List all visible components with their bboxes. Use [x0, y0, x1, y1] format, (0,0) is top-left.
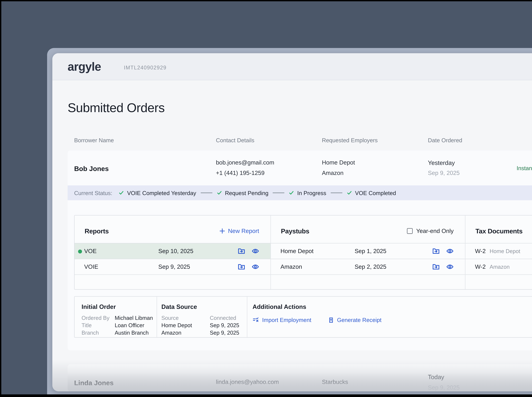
paystub-date: Sep 1, 2025	[355, 248, 432, 254]
field-label: Branch	[82, 330, 115, 336]
borrower-email: bob.jones@gmail.com	[216, 159, 274, 166]
view-eye-icon[interactable]	[446, 263, 454, 271]
paystub-actions	[432, 263, 454, 271]
report-date: Sep 10, 2025	[158, 248, 238, 254]
status-step: Request Pending	[217, 190, 269, 196]
step-connector	[273, 192, 285, 193]
tax-doc-row-amazon[interactable]: W-2 Amazon Jan 10, 2025	[465, 259, 532, 274]
check-icon	[289, 190, 294, 195]
data-source-row: Home Depot Sep 9, 2025	[161, 322, 239, 329]
paystubs-panel-header: Paystubs Year-end Only	[271, 216, 465, 243]
tax-doc-type: W-2	[475, 263, 486, 270]
screenshot-frame: argyle IMTL240902929 Refresh Page	[0, 0, 532, 397]
paystub-row-home-depot[interactable]: Home Depot Sep 1, 2025	[271, 243, 465, 259]
report-row-voie[interactable]: VOIE Sep 9, 2025	[75, 259, 270, 274]
field-label: Title	[82, 322, 115, 328]
report-row-voe[interactable]: VOE Sep 10, 2025	[75, 243, 270, 259]
import-employment-label: Import Employment	[262, 317, 311, 323]
generate-receipt-button[interactable]: Generate Receipt	[328, 317, 382, 323]
step-connector	[201, 192, 212, 193]
check-icon	[347, 190, 352, 195]
new-report-dot	[78, 249, 82, 253]
new-report-button[interactable]: New Report	[219, 228, 259, 234]
requested-employer-1: Home Depot	[322, 159, 355, 166]
paystub-row-amazon[interactable]: Amazon Sep 2, 2025	[271, 259, 465, 274]
view-eye-icon[interactable]	[252, 247, 259, 255]
export-file-icon[interactable]	[432, 247, 440, 255]
paystub-employer: Home Depot	[281, 248, 355, 254]
field-label: Ordered By	[82, 315, 115, 321]
page-title: Submitted Orders	[67, 101, 165, 115]
paystubs-title: Paystubs	[281, 227, 309, 235]
import-employment-button[interactable]: Import Employment	[253, 317, 311, 323]
initial-order-field: Ordered By Michael Libman	[82, 314, 153, 322]
year-end-only-toggle[interactable]: Year-end Only	[407, 228, 454, 234]
connected-value: Sep 9, 2025	[210, 322, 239, 328]
tax-doc-row-home-depot[interactable]: W-2 Home Depot Jan 5, 2025	[465, 243, 532, 259]
column-header-borrower-name: Borrower Name	[74, 137, 114, 143]
documents-sections-box: Reports New Report VOE Sep	[74, 215, 532, 290]
titlebar: argyle IMTL240902929 Refresh Page	[52, 53, 532, 80]
field-value: Michael Libman	[115, 315, 153, 321]
paystub-employer: Amazon	[281, 263, 355, 270]
tax-documents-panel-header: Tax Documents	[465, 216, 532, 243]
field-value: Austin Branch	[115, 330, 149, 336]
data-source-title: Data Source	[161, 303, 239, 310]
status-step-label: VOE Completed	[355, 190, 396, 196]
initial-order-title: Initial Order	[82, 303, 153, 310]
source-value: Amazon	[161, 330, 210, 336]
data-source-row: Amazon Sep 9, 2025	[161, 329, 239, 336]
borrower-name: Linda Jones	[74, 379, 114, 387]
date-ordered-absolute: Sep 9, 2025	[428, 384, 460, 391]
current-status-bar: Current Status: VOIE Completed Yesterday…	[67, 186, 532, 200]
export-file-icon[interactable]	[238, 263, 245, 271]
report-actions	[238, 247, 259, 255]
step-connector	[330, 192, 342, 193]
view-eye-icon[interactable]	[446, 247, 454, 255]
tax-doc-type: W-2	[475, 248, 486, 254]
tax-documents-title: Tax Documents	[475, 227, 523, 235]
view-eye-icon[interactable]	[252, 263, 259, 271]
export-file-icon[interactable]	[238, 247, 245, 255]
status-steps: Current Status: VOIE Completed Yesterday…	[74, 186, 396, 200]
export-file-icon[interactable]	[432, 263, 440, 271]
receipt-icon	[328, 317, 334, 323]
connected-header: Connected	[210, 315, 236, 321]
refresh-page-button[interactable]: Refresh Page	[527, 53, 532, 80]
column-header-requested-employers: Requested Employers	[322, 137, 378, 143]
argyle-modal: argyle IMTL240902929 Refresh Page	[52, 53, 532, 391]
source-value: Home Depot	[161, 322, 210, 328]
borrower-phone: +1 (441) 195-1259	[216, 170, 264, 177]
info-divider	[247, 297, 247, 337]
reports-panel: Reports New Report VOE Sep	[75, 216, 270, 289]
generate-receipt-label: Generate Receipt	[337, 317, 382, 323]
tax-doc-name: W-2 Amazon	[475, 263, 532, 270]
additional-actions-section: Additional Actions Import Employment	[253, 303, 382, 323]
check-icon	[119, 190, 124, 195]
order-info-box: Initial Order Ordered By Michael Libman …	[74, 296, 532, 338]
paystubs-panel: Paystubs Year-end Only Home Depot Sep 1,…	[271, 216, 465, 289]
requested-employer-1: Starbucks	[322, 379, 348, 386]
initial-order-section: Initial Order Ordered By Michael Libman …	[82, 303, 153, 336]
connected-value: Sep 9, 2025	[210, 330, 239, 336]
paystubs-rows: Home Depot Sep 1, 2025	[271, 243, 465, 275]
report-name: VOE	[84, 248, 158, 254]
current-status-label: Current Status:	[74, 190, 112, 196]
order-card-bob-jones: Bob Jones bob.jones@gmail.com +1 (441) 1…	[67, 150, 532, 350]
tax-doc-name: W-2 Home Depot	[475, 248, 532, 254]
report-date: Sep 9, 2025	[158, 263, 238, 270]
status-step-label: VOIE Completed Yesterday	[127, 190, 196, 196]
instant-verification-label: Instant Verification Available	[517, 165, 532, 171]
order-card-linda-jones: Linda Jones linda.jones@yahoo.com Starbu…	[67, 364, 532, 391]
column-header-contact-details: Contact Details	[216, 137, 254, 143]
tax-doc-employer: Amazon	[490, 264, 510, 270]
instant-verification-available: Instant Verification Available	[517, 160, 532, 176]
date-ordered-absolute: Sep 9, 2025	[428, 170, 460, 177]
paystub-actions	[432, 247, 454, 255]
status-step-label: In Progress	[297, 190, 326, 196]
initial-order-field: Branch Austin Branch	[82, 329, 153, 336]
order-id: IMTL240902929	[124, 64, 166, 71]
date-ordered-relative: Yesterday	[428, 159, 455, 166]
status-step: VOE Completed	[347, 190, 396, 196]
year-end-only-checkbox[interactable]	[407, 228, 413, 234]
